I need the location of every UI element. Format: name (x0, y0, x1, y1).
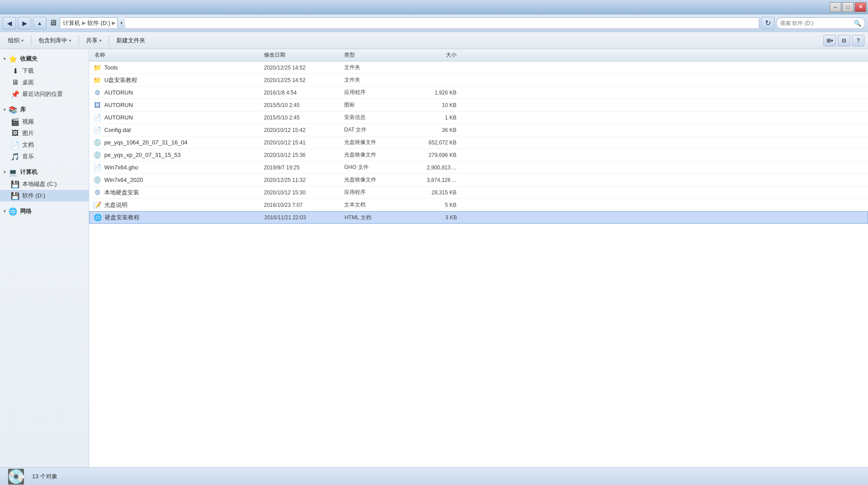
table-row[interactable]: ⚙ AUTORUN 2016/1/8 4:54 应用程序 1,926 KB (89, 86, 868, 99)
sidebar-section-favorites: ▾ ⭐ 收藏夹 ⬇ 下载 🖥 桌面 📌 最近访问的位置 (0, 53, 89, 100)
col-header-size[interactable]: 大小 (405, 51, 458, 59)
table-row[interactable]: 🖼 AUTORUN 2015/5/10 2:45 图标 10 KB (89, 99, 868, 111)
refresh-button[interactable]: ↻ (761, 17, 774, 29)
sidebar-item-download[interactable]: ⬇ 下载 (0, 65, 89, 77)
file-type: GHO 文件 (342, 164, 405, 171)
view-dropdown-arrow: ▾ (831, 38, 833, 43)
file-name-text: pe_yqs_xp_20_07_31_15_53 (104, 152, 181, 158)
file-rows: 📁 Tools 2020/12/25 14:52 文件夹 📁 U盘安装教程 20… (89, 62, 868, 224)
file-date: 2016/11/21 22:03 (263, 214, 343, 221)
network-label: 网络 (20, 207, 32, 215)
back-button[interactable]: ◀ (3, 17, 16, 29)
file-size: 279,696 KB (405, 152, 458, 158)
sidebar: ▾ ⭐ 收藏夹 ⬇ 下载 🖥 桌面 📌 最近访问的位置 ▾ 📚 库 (0, 49, 89, 467)
toolbar-sep-1 (31, 35, 31, 46)
file-name-text: AUTORUN (104, 114, 133, 121)
toolbar-right: ⊞ ▾ ⊟ ? (823, 35, 864, 46)
col-header-date[interactable]: 修改日期 (262, 51, 342, 59)
file-icon: ⚙ (93, 88, 102, 97)
d-drive-label: 软件 (D:) (22, 192, 45, 200)
table-row[interactable]: 💿 pe_yqs_1064_20_07_31_16_04 2020/10/12 … (89, 136, 868, 149)
file-size: 1 KB (405, 115, 458, 121)
library-label: 库 (20, 106, 26, 114)
sidebar-network-header[interactable]: ▾ 🌐 网络 (0, 205, 89, 218)
preview-pane-button[interactable]: ⊟ (838, 35, 850, 46)
close-button[interactable]: ✕ (855, 2, 866, 12)
search-bar: 🔍 (776, 17, 865, 29)
file-date: 2019/9/7 19:25 (262, 164, 342, 171)
file-name-cell: 📁 U盘安装教程 (93, 76, 262, 85)
file-icon: 💿 (93, 151, 102, 160)
table-row[interactable]: 📝 光盘说明 2016/10/23 7:07 文本文档 5 KB (89, 199, 868, 211)
sidebar-library-header[interactable]: ▾ 📚 库 (0, 103, 89, 116)
table-row[interactable]: 📁 U盘安装教程 2020/12/25 14:52 文件夹 (89, 74, 868, 86)
col-header-type[interactable]: 类型 (342, 51, 405, 59)
file-name-cell: 🖼 AUTORUN (93, 101, 262, 110)
file-type: 文本文档 (342, 201, 405, 209)
share-button[interactable]: 共享 ▾ (82, 34, 106, 47)
table-row[interactable]: 💿 pe_yqs_xp_20_07_31_15_53 2020/10/12 15… (89, 149, 868, 161)
sidebar-item-desktop[interactable]: 🖥 桌面 (0, 77, 89, 88)
file-date: 2015/5/10 2:45 (262, 102, 342, 108)
sidebar-computer-header[interactable]: ▾ 💻 计算机 (0, 166, 89, 178)
preview-icon: ⊟ (842, 37, 846, 44)
file-name-text: Config.dat (104, 127, 131, 133)
breadcrumb-computer[interactable]: 计算机 (63, 19, 80, 27)
network-arrow: ▾ (4, 209, 6, 214)
file-name-cell: 💿 Win7x64_2020 (93, 176, 262, 185)
sidebar-item-documents[interactable]: 📄 文档 (0, 139, 89, 151)
minimize-button[interactable]: ─ (830, 2, 841, 12)
table-row[interactable]: 📁 Tools 2020/12/25 14:52 文件夹 (89, 62, 868, 74)
file-type: HTML 文档 (343, 214, 405, 222)
computer-label: 计算机 (20, 168, 37, 176)
file-type: 文件夹 (342, 64, 405, 71)
sidebar-item-c-drive[interactable]: 💾 本地磁盘 (C:) (0, 178, 89, 190)
share-label: 共享 (86, 37, 98, 45)
sidebar-item-video[interactable]: 🎬 视频 (0, 116, 89, 127)
new-folder-button[interactable]: 新建文件夹 (112, 34, 150, 47)
help-button[interactable]: ? (852, 35, 864, 46)
file-date: 2020/12/25 14:52 (262, 65, 342, 71)
breadcrumb-drive[interactable]: 软件 (D:) (87, 19, 110, 27)
pictures-icon: 🖼 (11, 129, 20, 138)
computer-icon: 🖥 (49, 18, 57, 28)
pictures-label: 图片 (22, 129, 34, 137)
file-size: 10 KB (405, 102, 458, 108)
breadcrumb-dropdown[interactable]: ▾ (117, 17, 125, 29)
table-row[interactable]: 💿 Win7x64_2020 2020/12/25 11:32 光盘映像文件 3… (89, 174, 868, 186)
sidebar-item-recent[interactable]: 📌 最近访问的位置 (0, 88, 89, 100)
file-type: 安装信息 (342, 114, 405, 121)
sidebar-item-music[interactable]: 🎵 音乐 (0, 151, 89, 162)
include-library-button[interactable]: 包含到库中 ▾ (34, 34, 76, 47)
file-list-container: 名称 修改日期 类型 大小 📁 Tools 2020/12/25 14:52 文… (89, 49, 868, 467)
file-size: 5 KB (405, 202, 458, 208)
table-row[interactable]: 📄 Config.dat 2020/10/12 15:42 DAT 文件 36 … (89, 124, 868, 136)
view-options-button[interactable]: ⊞ ▾ (823, 35, 836, 46)
table-row[interactable]: 📄 AUTORUN 2015/5/10 2:45 安装信息 1 KB (89, 111, 868, 124)
search-input[interactable] (780, 20, 852, 26)
file-size: 652,072 KB (405, 140, 458, 146)
sidebar-item-d-drive[interactable]: 💾 软件 (D:) (0, 190, 89, 201)
file-name-cell: 🌐 硬盘安装教程 (93, 213, 263, 222)
file-name-text: 本地硬盘安装 (104, 189, 139, 197)
file-icon: 🌐 (93, 213, 102, 222)
organize-button[interactable]: 组织 ▾ (4, 34, 28, 47)
breadcrumb-bar: 计算机 ▶ 软件 (D:) ▶ ▾ (60, 17, 759, 29)
col-header-name[interactable]: 名称 (93, 51, 262, 59)
view-icon: ⊞ (827, 37, 831, 44)
table-row[interactable]: 🌐 硬盘安装教程 2016/11/21 22:03 HTML 文档 3 KB (89, 211, 868, 224)
music-icon: 🎵 (11, 152, 20, 161)
sidebar-favorites-header[interactable]: ▾ ⭐ 收藏夹 (0, 53, 89, 65)
sidebar-item-pictures[interactable]: 🖼 图片 (0, 127, 89, 139)
search-icon[interactable]: 🔍 (854, 20, 861, 27)
recent-icon: 📌 (11, 90, 20, 99)
table-row[interactable]: 📄 Win7x64.gho 2019/9/7 19:25 GHO 文件 2,90… (89, 161, 868, 174)
include-label: 包含到库中 (38, 37, 67, 45)
file-type: 图标 (342, 101, 405, 109)
file-size: 36 KB (405, 127, 458, 133)
help-icon: ? (857, 37, 860, 44)
forward-button[interactable]: ▶ (18, 17, 31, 29)
maximize-button[interactable]: □ (842, 2, 854, 12)
up-button[interactable]: ▲ (33, 17, 46, 29)
table-row[interactable]: ⚙ 本地硬盘安装 2020/10/12 15:30 应用程序 28,315 KB (89, 186, 868, 199)
